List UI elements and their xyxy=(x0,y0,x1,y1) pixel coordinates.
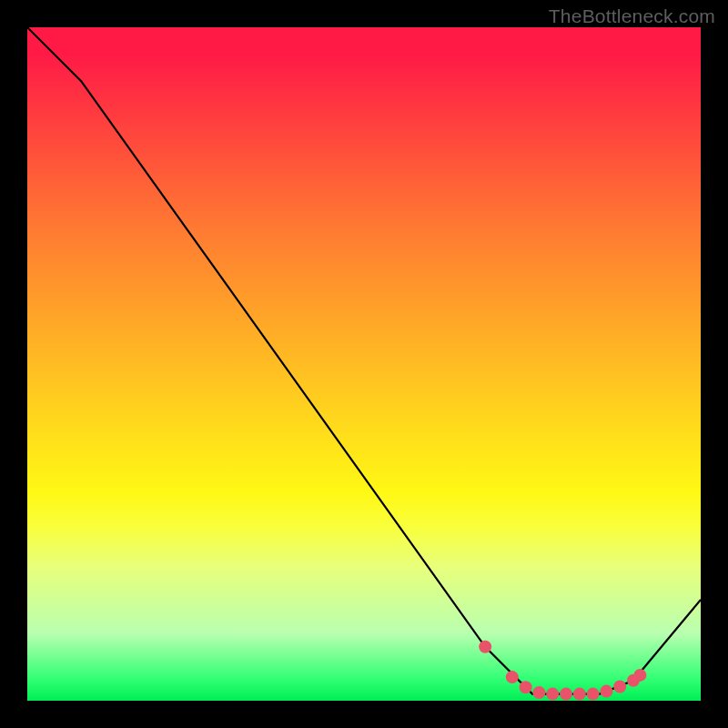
optimal-marker xyxy=(633,669,646,682)
optimal-marker xyxy=(613,681,626,693)
curve-svg xyxy=(27,27,701,701)
optimal-marker xyxy=(506,671,519,683)
optimal-marker xyxy=(560,688,572,701)
optimal-marker xyxy=(479,641,491,653)
optimal-markers xyxy=(479,641,646,701)
plot-area xyxy=(27,27,701,701)
chart-root: TheBottleneck.com xyxy=(0,0,728,728)
optimal-marker xyxy=(520,681,532,693)
watermark-text: TheBottleneck.com xyxy=(549,5,715,27)
optimal-marker xyxy=(573,688,586,701)
optimal-marker xyxy=(532,686,545,699)
optimal-marker xyxy=(600,685,612,698)
optimal-marker xyxy=(587,688,600,701)
optimal-marker xyxy=(546,688,559,701)
bottleneck-curve xyxy=(27,27,701,694)
